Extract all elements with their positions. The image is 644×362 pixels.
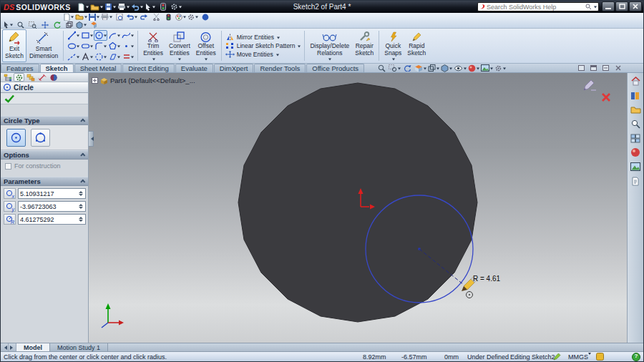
view-orientation-icon[interactable] [428, 64, 439, 72]
print-icon[interactable] [117, 1, 130, 12]
center-y-field[interactable]: -3.96723063 [18, 201, 86, 212]
tab-scroll-left-button[interactable] [1, 343, 9, 351]
perimeter-circle-button[interactable] [31, 129, 50, 147]
repair-sketch-button[interactable]: Repair Sketch [352, 29, 376, 62]
edit-appearance-icon[interactable] [468, 64, 479, 72]
ok-check-icon[interactable] [4, 94, 15, 103]
property-manager-tab-icon[interactable] [14, 73, 24, 82]
quick-tips-icon[interactable] [596, 353, 604, 362]
tab-office-products[interactable]: Office Products [306, 64, 364, 72]
rebuild-icon[interactable] [157, 1, 169, 12]
graphics-area[interactable]: Part4 (Default<<Default>_... R = 4.61 [89, 73, 627, 343]
cancel-sketch-icon[interactable] [601, 92, 611, 104]
file-explorer-icon[interactable] [630, 104, 642, 115]
center-x-spinner[interactable] [79, 189, 84, 198]
tab-direct-editing[interactable]: Direct Editing [122, 64, 175, 72]
units-dropdown-icon[interactable] [587, 355, 591, 362]
rotate-view-icon[interactable] [52, 21, 62, 29]
undo-icon[interactable] [126, 13, 137, 21]
units-readout[interactable]: MMGS [568, 353, 588, 361]
zoom-area-icon[interactable] [389, 64, 401, 72]
view-settings-icon[interactable] [494, 64, 506, 72]
tab-render-tools[interactable]: Render Tools [254, 64, 306, 72]
minimize-button[interactable] [602, 1, 615, 11]
center-x-field[interactable]: 5.10931217 [18, 188, 86, 199]
options-icon[interactable] [170, 1, 182, 12]
appearances-icon[interactable] [630, 147, 642, 158]
custom-properties-icon[interactable] [630, 175, 642, 187]
construction-circle-tool-icon[interactable] [94, 52, 107, 62]
move-entities-button[interactable]: Move Entities [224, 51, 303, 58]
text-tool-icon[interactable] [80, 52, 94, 62]
solidworks-resources-icon[interactable] [630, 75, 642, 87]
mirror-entities-button[interactable]: Mirror Entities [224, 34, 303, 41]
zoom-fit-icon[interactable] [376, 64, 387, 72]
center-y-spinner[interactable] [79, 202, 84, 211]
circle-tool-icon[interactable] [94, 30, 107, 41]
plane-tool-icon[interactable] [107, 52, 121, 62]
previous-view-icon[interactable] [402, 64, 413, 72]
undock-icon[interactable] [576, 64, 587, 72]
search-icon[interactable] [585, 4, 592, 10]
zoom-area-icon[interactable] [27, 21, 38, 29]
rebuild-icon[interactable] [163, 13, 174, 21]
tree-expand-icon[interactable] [92, 77, 98, 84]
select-icon[interactable] [3, 21, 14, 29]
fillet-tool-icon[interactable] [94, 41, 107, 52]
close-button[interactable] [629, 1, 642, 11]
tab-dimxpert[interactable]: DimXpert [214, 64, 254, 72]
wireframe-icon[interactable] [64, 21, 74, 29]
dimxpert-manager-tab-icon[interactable] [36, 73, 47, 82]
section-view-icon[interactable] [414, 64, 426, 72]
smart-dimension-button[interactable]: Smart Dimension [26, 29, 61, 62]
tab-features[interactable]: Features [1, 64, 39, 72]
sketch-canvas[interactable] [89, 73, 627, 343]
zoom-fit-icon[interactable] [15, 21, 26, 29]
parameters-section-header[interactable]: Parameters [1, 177, 88, 186]
rectangle-tool-icon[interactable] [80, 30, 94, 41]
convert-entities-button[interactable]: Convert Entities [166, 29, 193, 62]
hide-show-items-icon[interactable] [454, 64, 467, 72]
linear-sketch-pattern-button[interactable]: Linear Sketch Pattern [224, 42, 303, 49]
undo-icon[interactable] [131, 1, 143, 12]
equation-tool-icon[interactable] [121, 52, 135, 62]
tab-scroll-right-button[interactable] [9, 343, 16, 351]
spline-tool-icon[interactable] [121, 30, 135, 41]
restore-button[interactable] [615, 1, 628, 11]
redo-icon[interactable] [139, 13, 150, 21]
tab-evaluate[interactable]: Evaluate [175, 64, 213, 72]
open-icon[interactable] [90, 1, 103, 12]
circle-type-section-header[interactable]: Circle Type [1, 116, 88, 125]
tab-sketch[interactable]: Sketch [40, 64, 74, 72]
polygon-tool-icon[interactable] [107, 41, 121, 52]
model-tab[interactable]: Model [16, 343, 50, 351]
help-icon[interactable] [200, 13, 210, 21]
edit-color-icon[interactable] [175, 13, 186, 21]
search-input[interactable] [487, 4, 584, 11]
trim-entities-button[interactable]: Trim Entities [140, 29, 166, 62]
save-icon[interactable] [104, 1, 116, 12]
configuration-manager-tab-icon[interactable] [25, 73, 36, 82]
display-manager-tab-icon[interactable] [48, 73, 59, 82]
print-preview-icon[interactable] [114, 13, 125, 21]
tab-sheet-metal[interactable]: Sheet Metal [74, 64, 122, 72]
options-section-header[interactable]: Options [1, 150, 88, 160]
scenes-icon[interactable] [630, 161, 642, 172]
shaded-icon[interactable] [76, 21, 87, 29]
line-tool-icon[interactable] [67, 30, 80, 41]
display-style-icon[interactable] [441, 64, 452, 72]
apply-scene-icon[interactable] [481, 64, 493, 72]
pan-icon[interactable] [39, 21, 50, 29]
radius-field[interactable]: 4.61275292 [18, 214, 86, 225]
section-view-icon[interactable] [88, 21, 99, 29]
center-circle-button[interactable] [6, 129, 26, 147]
close-pane-icon[interactable] [613, 64, 623, 72]
centerline-tool-icon[interactable] [67, 52, 80, 62]
pin-icon[interactable] [588, 64, 599, 72]
radius-spinner[interactable] [79, 215, 84, 224]
options-icon[interactable] [187, 13, 198, 21]
slot-tool-icon[interactable] [80, 41, 94, 52]
help-search-box[interactable] [477, 2, 599, 11]
help-button[interactable]: ? [632, 353, 640, 362]
feature-tree-breadcrumb[interactable]: Part4 (Default<<Default>_... [92, 77, 195, 84]
